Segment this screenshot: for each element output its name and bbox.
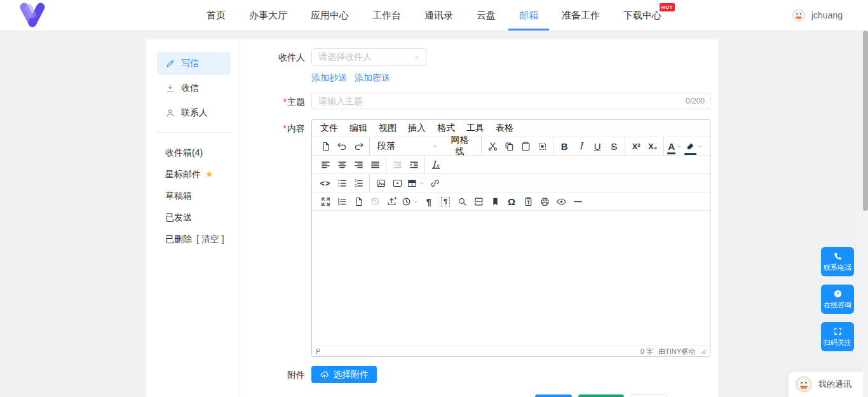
visual-chars-button[interactable]: ¶ [437, 193, 454, 210]
folder-item-trash[interactable]: 已删除[ 清空 ] [165, 228, 240, 250]
fullscreen-button[interactable] [317, 193, 334, 210]
reset-button[interactable]: 重填 [630, 394, 667, 397]
preview-button[interactable] [553, 193, 569, 210]
nav-item-home[interactable]: 首页 [207, 0, 226, 30]
anchor-button[interactable] [487, 193, 503, 210]
scan-follow-button[interactable]: 扫码关注 [821, 322, 854, 351]
new-doc-button[interactable] [350, 193, 367, 210]
editor-menu-6[interactable]: 表格 [491, 121, 519, 135]
chevron-down-icon [675, 143, 682, 150]
insert-datetime-icon [401, 196, 412, 207]
insert-media-button[interactable] [389, 175, 405, 191]
sidebar-item-contacts[interactable]: 联系人 [157, 102, 231, 124]
italic-button[interactable]: I [573, 138, 589, 154]
restore-draft-button[interactable] [367, 193, 383, 210]
select-all-button[interactable] [534, 138, 550, 154]
gridline-button[interactable]: 网格线 [441, 138, 478, 154]
insert-datetime-button[interactable] [400, 193, 421, 210]
nav-item-preparation[interactable]: 准备工作 [562, 0, 600, 30]
nav-item-cloud-disk[interactable]: 云盘 [477, 0, 496, 30]
clear-format-button[interactable]: Iₓ [428, 156, 444, 173]
add-bcc-link[interactable]: 添加密送 [355, 72, 390, 84]
save-draft-button[interactable]: 存草稿 [578, 394, 624, 397]
editor-menu-0[interactable]: 文件 [315, 121, 343, 135]
select-attachment-button[interactable]: 选择附件 [311, 366, 377, 383]
search-replace-icon [457, 196, 468, 207]
subject-input[interactable] [312, 93, 710, 109]
undo-button[interactable] [334, 138, 350, 154]
add-cc-link[interactable]: 添加抄送 [311, 72, 347, 84]
mascot-card[interactable]: 我的通讯 [788, 371, 868, 397]
editor-menu-1[interactable]: 编辑 [344, 121, 372, 135]
mascot-label: 我的通讯 [818, 379, 851, 390]
align-left-button[interactable] [317, 156, 334, 173]
sidebar-item-compose[interactable]: 写信 [157, 52, 231, 75]
horizontal-rule-button[interactable] [569, 193, 586, 210]
scrollbar-thumb[interactable] [863, 30, 868, 211]
editor-menu-3[interactable]: 插入 [403, 121, 431, 135]
editor-menu-5[interactable]: 工具 [461, 121, 489, 135]
nav-item-workbench[interactable]: 工作台 [372, 0, 401, 30]
insert-image-button[interactable] [372, 175, 389, 191]
user-name: jchuang [811, 10, 843, 20]
align-justify-button[interactable] [367, 156, 383, 173]
folder-item-sent[interactable]: 已发送 [165, 206, 240, 228]
bold-button[interactable]: B [556, 138, 573, 154]
folder-label: 收件箱(4) [165, 142, 203, 163]
editor-content-area[interactable] [312, 211, 710, 346]
paragraph-format-select[interactable]: 段落 [372, 138, 441, 154]
line-height-button[interactable] [334, 193, 350, 210]
sidebar-item-receive[interactable]: 收信 [157, 77, 231, 100]
text-color-button[interactable]: A [667, 138, 684, 154]
user-box[interactable]: jchuang [791, 0, 843, 30]
align-center-button[interactable] [334, 156, 350, 173]
scrollbar-track[interactable] [863, 30, 868, 397]
export-button[interactable] [383, 193, 400, 210]
search-replace-button[interactable] [454, 193, 470, 210]
paragraph-mark-button[interactable]: ¶ [421, 193, 437, 210]
strikethrough-button[interactable]: S [606, 138, 622, 154]
page-break-button[interactable] [470, 193, 487, 210]
editor-menu-4[interactable]: 格式 [432, 121, 460, 135]
nav-item-download-center[interactable]: 下载中心HOT [623, 0, 661, 30]
online-consult-button[interactable]: 在线咨询 [821, 285, 854, 314]
print-button[interactable] [536, 193, 553, 210]
paste-button[interactable] [517, 138, 534, 154]
editor-menu-2[interactable]: 视图 [374, 121, 402, 135]
scan-icon [833, 326, 843, 336]
recipient-select[interactable]: 请选择收件人 [311, 48, 426, 66]
insert-table-button[interactable] [405, 175, 426, 191]
editor-element-path[interactable]: P [316, 347, 320, 355]
align-right-button[interactable] [350, 156, 367, 173]
nav-item-contacts[interactable]: 通讯录 [424, 0, 453, 30]
insert-template-button[interactable] [520, 193, 536, 210]
send-button[interactable]: 发送 [535, 394, 572, 397]
outdent-button[interactable] [389, 156, 405, 173]
new-document-icon [320, 141, 331, 152]
bullet-list-button[interactable] [334, 175, 350, 191]
numbered-list-button[interactable] [350, 175, 367, 191]
new-document-button[interactable] [317, 138, 334, 154]
folder-item-inbox[interactable]: 收件箱(4) [165, 142, 240, 163]
highlight-color-button[interactable] [684, 138, 705, 154]
contact-phone-button[interactable]: 联系电话 [821, 247, 854, 276]
indent-button[interactable] [405, 156, 422, 173]
underline-button[interactable]: U [589, 138, 606, 154]
source-code-button[interactable]: <> [317, 175, 334, 191]
subscript-button[interactable]: X₂ [644, 138, 661, 154]
nav-item-mail[interactable]: 邮箱 [519, 0, 538, 30]
copy-button[interactable] [501, 138, 517, 154]
folder-item-starred[interactable]: 星标邮件★ [165, 163, 240, 185]
clear-trash-link[interactable]: [ 清空 ] [196, 228, 224, 250]
superscript-button[interactable]: X² [628, 138, 644, 154]
folder-item-drafts[interactable]: 草稿箱 [165, 185, 240, 206]
mail-compose-page: 首页办事大厅应用中心工作台通讯录云盘邮箱准备工作下载中心HOT jchuang … [0, 0, 868, 397]
app-logo-icon[interactable] [18, 2, 47, 31]
insert-link-button[interactable] [426, 175, 443, 191]
resize-handle-icon[interactable] [700, 349, 706, 354]
nav-item-app-center[interactable]: 应用中心 [311, 0, 349, 30]
special-char-button[interactable]: Ω [503, 193, 520, 210]
redo-button[interactable] [350, 138, 367, 154]
nav-item-service-hall[interactable]: 办事大厅 [249, 0, 287, 30]
cut-button[interactable] [484, 138, 501, 154]
